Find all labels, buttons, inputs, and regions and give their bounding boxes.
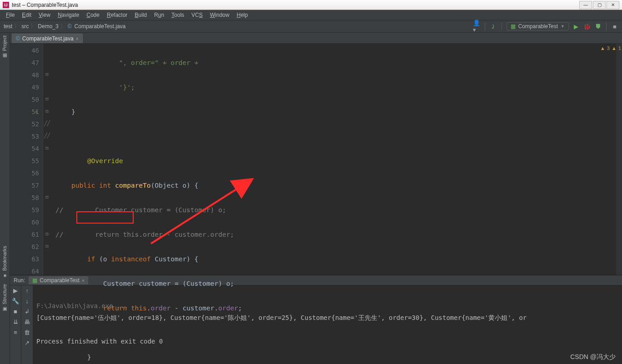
java-file-icon: © (16, 35, 20, 42)
breadcrumb-item[interactable]: test (4, 23, 12, 30)
window-titlebar: IJ test – ComparableTest.java — ▢ ✕ (0, 0, 622, 10)
close-button[interactable]: ✕ (607, 1, 619, 9)
app-icon: IJ (3, 2, 9, 8)
stop-button[interactable]: ■ (611, 23, 618, 30)
coverage-button[interactable]: ⛊ (594, 23, 602, 30)
build-icon[interactable]: ⤸ (490, 23, 497, 30)
print-button[interactable]: 🖶 (24, 319, 30, 325)
up-button[interactable]: ↑ (25, 287, 29, 294)
menu-vcs[interactable]: VCS (188, 11, 206, 19)
fold-column[interactable]: ⊟⊟⊟╱╱╱╱⊟⊟⊟⊟ (43, 44, 51, 275)
tab-label: ComparableTest.java (22, 35, 74, 42)
window-title: test – ComparableTest.java (12, 2, 78, 8)
maximize-button[interactable]: ▢ (593, 1, 606, 9)
watermark: CSDN @冯大少 (570, 353, 616, 361)
run-title: Run: (14, 277, 25, 284)
tool-bookmarks[interactable]: ★Bookmarks (0, 243, 9, 281)
breadcrumb-item[interactable]: Demo_3 (38, 23, 58, 30)
menu-view[interactable]: View (35, 11, 54, 19)
tool-project[interactable]: ▦Project (0, 33, 9, 61)
minimize-button[interactable]: — (579, 1, 592, 9)
user-icon[interactable]: 👤▾ (473, 23, 480, 30)
breadcrumb[interactable]: test〉 src〉 Demo_3〉 © ComparableTest.java (4, 23, 125, 30)
menu-code[interactable]: Code (83, 11, 103, 19)
run-config-icon: ▦ (511, 23, 516, 30)
breadcrumb-item[interactable]: ComparableTest.java (75, 23, 126, 30)
breadcrumb-item[interactable]: src (21, 23, 29, 30)
override-marker-icon: ⬆ (35, 106, 38, 118)
lint-strip[interactable]: 3 1 (616, 44, 622, 275)
wrap-button[interactable]: ↲ (25, 308, 30, 315)
down-button[interactable]: ↓ (25, 298, 29, 304)
navigation-bar: test〉 src〉 Demo_3〉 © ComparableTest.java… (0, 20, 622, 33)
trash-button[interactable]: 🗑 (24, 329, 30, 336)
menu-run[interactable]: Run (151, 11, 167, 19)
menu-refactor[interactable]: Refactor (104, 11, 130, 19)
warning-icon (612, 45, 617, 51)
menu-tools[interactable]: Tools (168, 11, 187, 19)
line-gutter: 4647484950 51⬆ 5253545556575859606162636… (10, 44, 43, 275)
layout-button[interactable]: ⇊ (13, 319, 18, 325)
run-config-icon: ▦ (32, 277, 37, 284)
menu-window[interactable]: Window (207, 11, 233, 19)
code-area[interactable]: ", order=" + order + '}'; } @Override pu… (51, 44, 616, 275)
rerun-button[interactable]: ▶ (13, 287, 18, 294)
editor-tab[interactable]: © ComparableTest.java × (12, 34, 83, 43)
run-config-label: ComparableTest (518, 23, 558, 30)
run-left-toolbar: ▶ 🔧 ■ ⇊ ≡ (10, 285, 21, 364)
code-editor[interactable]: 4647484950 51⬆ 5253545556575859606162636… (10, 44, 622, 275)
run-config-selector[interactable]: ▦ ComparableTest ▼ (507, 22, 569, 30)
java-file-icon: © (68, 23, 72, 30)
close-tab-icon[interactable]: × (76, 36, 79, 41)
menu-navigate[interactable]: Navigate (55, 11, 82, 19)
main-menu: File Edit View Navigate Code Refactor Bu… (0, 10, 622, 20)
editor-tabs: © ComparableTest.java × (10, 33, 622, 44)
export-button[interactable]: ↗ (25, 339, 30, 346)
left-tool-strip: ▦Project ★Bookmarks ▣Structure (0, 33, 10, 364)
run-button[interactable]: ▶ (572, 23, 580, 30)
menu-build[interactable]: Build (131, 11, 150, 19)
tool-structure[interactable]: ▣Structure (0, 281, 9, 315)
settings-button[interactable]: 🔧 (12, 298, 19, 304)
debug-button[interactable]: 🐞 (583, 23, 591, 30)
menu-file[interactable]: File (3, 11, 18, 19)
chevron-down-icon: ▼ (561, 24, 565, 29)
menu-help[interactable]: Help (233, 11, 251, 19)
stop-button[interactable]: ■ (14, 308, 17, 315)
run-left-toolbar-2: ↑ ↓ ↲ 🖶 🗑 ↗ (21, 285, 33, 364)
menu-edit[interactable]: Edit (19, 11, 35, 19)
pin-button[interactable]: ≡ (14, 329, 17, 336)
warning-icon (600, 45, 605, 51)
